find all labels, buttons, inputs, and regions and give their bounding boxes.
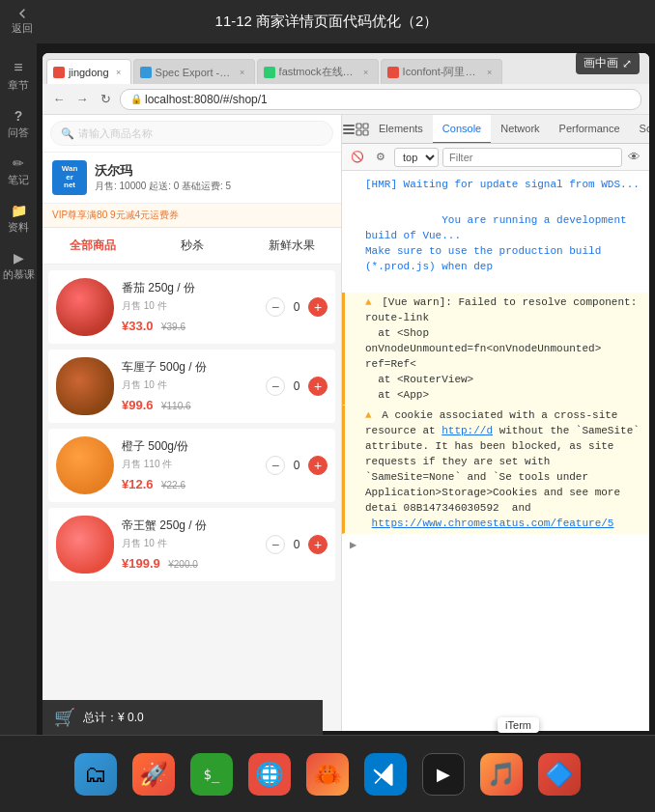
- page-title: 11-12 商家详情页面代码优化（2）: [48, 13, 605, 31]
- product-price-dragon: ¥199.9: [122, 556, 160, 571]
- dock-item-vscode[interactable]: [360, 749, 411, 799]
- qty-display-dragon: 0: [289, 538, 304, 551]
- left-sidebar: ≡ 章节 ? 问答 ✏ 笔记 📁 资料 ▶ 的慕课: [0, 43, 37, 735]
- shop-search-input[interactable]: 🔍 请输入商品名称: [50, 121, 333, 146]
- console-line-cookie-warn: ▲ A cookie associated with a cross-site …: [342, 406, 649, 534]
- console-clear-btn[interactable]: 🚫: [348, 148, 367, 167]
- tab-sources[interactable]: Sources: [630, 115, 649, 144]
- nav-refresh-btn[interactable]: ↻: [97, 91, 114, 108]
- svg-rect-0: [343, 125, 355, 126]
- product-info-tomato: 番茄 250g / 份 月售 10 件 ¥33.0 ¥39.6: [122, 280, 258, 334]
- dock-icon-music: 🎵: [480, 753, 523, 796]
- shop-nav-sale[interactable]: 秒杀: [142, 234, 242, 258]
- product-item-dragon: 帝王蟹 250g / 份 月售 10 件 ¥199.9 ¥200.0 − 0 +: [48, 508, 335, 581]
- svg-rect-2: [343, 132, 355, 134]
- iterm-text: iTerm: [505, 719, 531, 731]
- dock-item-app9[interactable]: 🔷: [534, 749, 584, 799]
- dock-icon-rocket: 🚀: [132, 753, 175, 796]
- sidebar-item-question[interactable]: ? 问答: [0, 100, 37, 148]
- tab-elements-label: Elements: [379, 123, 423, 134]
- dock-item-music[interactable]: 🎵: [476, 749, 527, 799]
- dock-item-terminal2[interactable]: ▶: [418, 749, 469, 799]
- product-actions-dragon: − 0 +: [266, 535, 328, 554]
- search-placeholder: 请输入商品名称: [78, 126, 153, 141]
- shop-header: Wanernet 沃尔玛 月售: 10000 起送: 0 基础运费: 5: [43, 153, 341, 204]
- tab-spec[interactable]: Spec Export - Sketch Measure... ×: [133, 59, 255, 84]
- console-filter-input[interactable]: [442, 148, 622, 167]
- cart-bar: 🛒 总计：¥ 0.0: [43, 700, 323, 735]
- tab-network[interactable]: Network: [491, 115, 549, 144]
- devtools-sidebar-btn[interactable]: [342, 115, 356, 144]
- pip-button[interactable]: 画中画 ⤢: [576, 52, 640, 74]
- svg-rect-5: [356, 130, 361, 135]
- shop-nav-all[interactable]: 全部商品: [43, 234, 142, 258]
- nav-back-btn[interactable]: ←: [50, 91, 68, 108]
- product-info-turnip: 车厘子 500g / 份 月售 10 件 ¥99.6 ¥110.6: [122, 359, 258, 413]
- dock-item-finder[interactable]: 🗂: [71, 749, 121, 799]
- tab-performance[interactable]: Performance: [550, 115, 630, 144]
- devtools-panel: Elements Console Network Performance Sou…: [342, 115, 649, 731]
- console-settings-btn[interactable]: ⚙: [371, 148, 390, 167]
- qty-minus-dragon[interactable]: −: [266, 535, 285, 554]
- tab-iconfont[interactable]: Iconfont-阿里巴巴矢量图... ×: [381, 59, 502, 84]
- product-orig-price-dragon: ¥200.0: [168, 559, 198, 570]
- product-name-orange: 橙子 500g/份: [122, 438, 258, 455]
- qty-add-tomato[interactable]: +: [308, 297, 328, 317]
- product-name-dragon: 帝王蟹 250g / 份: [122, 518, 258, 534]
- tab-close-iconfont[interactable]: ×: [484, 67, 496, 78]
- browser-window: jingdong × Spec Export - Sketch Measure.…: [43, 53, 649, 731]
- qty-add-dragon[interactable]: +: [308, 535, 328, 554]
- lock-icon: 🔒: [130, 94, 142, 104]
- qty-minus-tomato[interactable]: −: [266, 297, 285, 317]
- dock-item-chrome[interactable]: 🌐: [244, 749, 295, 799]
- devtools-tab-bar: Elements Console Network Performance Sou…: [342, 115, 649, 144]
- qty-add-turnip[interactable]: +: [308, 377, 328, 396]
- sidebar-item-course[interactable]: ▶ 的慕课: [0, 242, 37, 290]
- tab-close-fastmock[interactable]: ×: [360, 67, 372, 78]
- vue-warn-text: [Vue warn]: Failed to resolve component:…: [365, 296, 637, 401]
- tab-console[interactable]: Console: [433, 115, 491, 144]
- product-actions-turnip: − 0 +: [266, 377, 328, 396]
- dock-icon-chrome: 🌐: [248, 753, 291, 796]
- pip-label: 画中画: [584, 55, 618, 71]
- qty-minus-turnip[interactable]: −: [266, 377, 285, 396]
- product-actions-tomato: − 0 +: [266, 297, 328, 317]
- tab-elements[interactable]: Elements: [369, 115, 433, 144]
- console-context-select[interactable]: top: [394, 148, 439, 167]
- qty-minus-orange[interactable]: −: [266, 456, 285, 475]
- dock-item-terminal[interactable]: $_: [186, 749, 237, 799]
- sidebar-item-notes[interactable]: ✏ 笔记: [0, 148, 37, 195]
- devtools-inspect-btn[interactable]: [356, 115, 369, 144]
- console-expand-arrow[interactable]: ▶: [342, 534, 649, 556]
- tab-label-jingdong: jingdong: [69, 67, 109, 78]
- tab-close-jingdong[interactable]: ×: [113, 67, 125, 78]
- cookie-link-1[interactable]: http://d: [441, 425, 493, 436]
- dock-item-app5[interactable]: 🦀: [302, 749, 353, 799]
- product-sales-tomato: 月售 10 件: [122, 299, 258, 313]
- iterm-label: iTerm: [498, 717, 539, 733]
- sidebar-item-resources[interactable]: 📁 资料: [0, 195, 37, 242]
- tab-fastmock[interactable]: fastmock在线接口Mock平台 ×: [257, 59, 379, 84]
- shop-nav-fresh[interactable]: 新鲜水果: [242, 234, 341, 258]
- back-button[interactable]: 返回: [12, 8, 33, 36]
- cookie-link-2[interactable]: https://www.chromestatus.com/feature/5: [372, 518, 614, 529]
- shop-stats: 月售: 10000 起送: 0 基础运费: 5: [95, 180, 331, 193]
- qty-add-orange[interactable]: +: [308, 456, 328, 475]
- vue-dev-text: You are running a development build of V…: [365, 214, 633, 272]
- dock-item-rocket[interactable]: 🚀: [128, 749, 179, 799]
- sidebar-item-menu[interactable]: ≡ 章节: [0, 51, 37, 100]
- tab-sources-label: Sources: [640, 123, 649, 134]
- product-orig-price-orange: ¥22.6: [161, 480, 185, 490]
- address-input[interactable]: 🔒 localhost:8080/#/shop/1: [120, 89, 641, 110]
- sidebar-item-label: 章节: [8, 78, 29, 93]
- browser-body: 🔍 请输入商品名称 Wanernet 沃尔玛 月售: 10000 起送: 0 基…: [43, 115, 649, 731]
- qty-display-tomato: 0: [289, 300, 304, 314]
- dock-icon-terminal2: ▶: [422, 753, 465, 796]
- back-label: 返回: [12, 21, 33, 36]
- tab-jingdong[interactable]: jingdong ×: [46, 59, 131, 84]
- console-eye-btn[interactable]: 👁: [624, 148, 643, 167]
- tab-close-spec[interactable]: ×: [237, 67, 248, 78]
- nav-forward-btn[interactable]: →: [73, 91, 91, 108]
- question-icon: ?: [14, 108, 23, 124]
- sidebar-item-label: 的慕课: [3, 267, 35, 282]
